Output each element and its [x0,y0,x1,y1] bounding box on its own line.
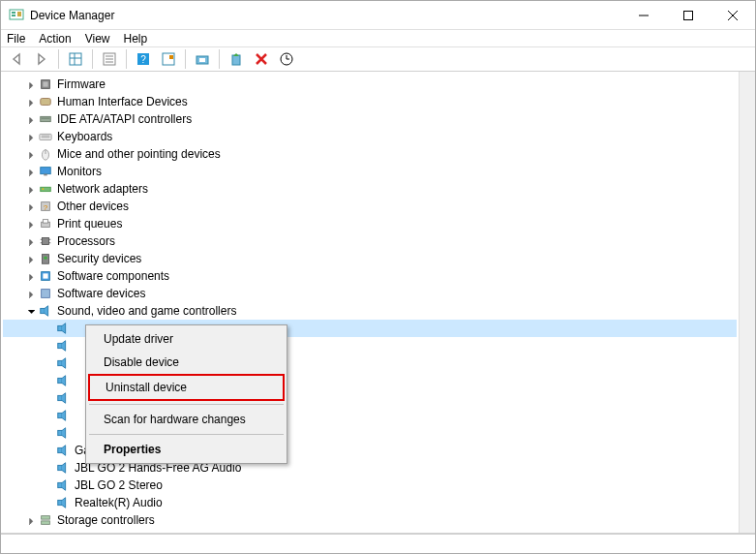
expand-arrow-icon[interactable]: ⏵ [26,114,38,125]
svg-rect-5 [684,11,693,19]
tree-node-label: Firmware [57,77,106,91]
other-icon [38,199,53,214]
tree-node[interactable]: ⏵Software devices [3,285,737,302]
network-icon [38,181,53,197]
expand-arrow-icon[interactable]: ⏵ [26,219,38,230]
expand-arrow-icon[interactable]: ⏵ [26,515,38,526]
sound-icon [38,303,53,319]
toolbar-button-5[interactable] [157,48,180,70]
tree-node[interactable]: ⏵Monitors [3,163,737,180]
tree-node-label: Storage controllers [57,513,155,527]
tree-node[interactable]: ⏵Human Interface Devices [3,93,737,110]
close-button[interactable] [711,1,755,30]
scan-hardware-button[interactable] [275,48,298,70]
sound-icon [55,408,71,423]
tree-node-label: JBL GO 2 Stereo [75,478,163,492]
ide-icon [38,111,53,127]
window-title: Device Manager [30,9,621,22]
expand-arrow-icon[interactable]: ⏵ [26,97,38,108]
tree-node-label: Other devices [57,200,129,213]
tree-node[interactable]: ⏵Network adapters [3,180,737,198]
sound-icon [55,338,71,354]
menu-file[interactable]: File [7,32,25,46]
expand-arrow-icon[interactable]: ⏵ [26,236,38,247]
sound-icon [55,477,71,493]
tree-node[interactable]: ⏵Security devices [3,250,737,267]
tree-node-label: IDE ATA/ATAPI controllers [57,112,192,126]
menu-action[interactable]: Action [39,32,71,46]
sound-icon [55,373,71,388]
tree-node[interactable]: ⏵Firmware [3,76,737,93]
tree-node[interactable]: ⏵Keyboards [3,128,737,145]
monitor-icon [38,164,53,179]
hid-icon [38,94,53,109]
tree-node[interactable]: ⏵Print queues [3,215,737,232]
tree-node[interactable]: ⏷Sound, video and game controllers [3,302,737,320]
expand-arrow-icon[interactable]: ⏵ [26,184,38,195]
expand-arrow-icon[interactable]: ⏵ [26,254,38,264]
context-menu-item[interactable]: Disable device [88,351,285,374]
svg-rect-18 [169,55,173,59]
storage-icon [38,512,53,528]
sound-icon [55,443,71,458]
back-button[interactable] [5,48,28,70]
show-hide-tree-button[interactable] [64,48,87,70]
tree-node[interactable]: ⏵Mice and other pointing devices [3,145,737,163]
content-area: ⏵Firmware⏵Human Interface Devices⏵IDE AT… [1,72,755,534]
forward-button[interactable] [30,48,53,70]
expand-arrow-icon[interactable]: ⏵ [26,149,38,160]
tree-node-label: Realtek(R) Audio [75,496,163,509]
expand-arrow-icon[interactable]: ⏵ [26,167,38,177]
context-menu-item[interactable]: Uninstall device [88,374,285,401]
context-menu-item[interactable]: Update driver [88,327,285,351]
enable-device-button[interactable] [225,48,248,70]
separator [92,49,93,69]
tree-node[interactable]: ⏵Software components [3,267,737,285]
svg-rect-20 [199,58,205,62]
expand-arrow-icon[interactable]: ⏵ [26,132,38,142]
keyboard-icon [38,129,53,144]
update-driver-button[interactable] [191,48,214,70]
menu-view[interactable]: View [85,32,110,46]
toolbar: ? [1,47,755,72]
context-menu-separator [89,404,284,405]
app-icon [9,8,24,23]
tree-node[interactable]: ⏵Storage controllers [3,511,737,529]
sound-icon [55,460,71,476]
context-menu-item[interactable]: Scan for hardware changes [88,408,285,431]
tree-node[interactable]: ⏵Processors [3,232,737,250]
cpu-icon [38,233,53,249]
context-menu-separator [89,434,284,435]
tree-node-label: Human Interface Devices [57,95,188,108]
titlebar: Device Manager [1,1,755,30]
tree-node[interactable]: JBL GO 2 Stereo [3,477,737,494]
expand-arrow-icon[interactable]: ⏵ [26,79,38,90]
minimize-button[interactable] [621,1,666,30]
menu-help[interactable]: Help [124,32,148,46]
menubar: File Action View Help [1,30,755,47]
statusbar [1,534,755,553]
security-icon [38,251,53,266]
expand-arrow-icon[interactable]: ⏵ [26,201,38,212]
tree-node-label: Software components [57,269,169,283]
expand-arrow-icon[interactable]: ⏵ [26,289,38,299]
mouse-icon [38,146,53,162]
separator [58,49,59,69]
tree-node[interactable]: Realtek(R) Audio [3,494,737,511]
sound-icon [55,321,71,336]
tree-node-label: Monitors [57,165,102,178]
printq-icon [38,216,53,231]
uninstall-device-button[interactable] [250,48,273,70]
expand-arrow-icon[interactable]: ⏵ [26,271,38,282]
tree-node[interactable]: ⏵Other devices [3,198,737,215]
sound-icon [55,355,71,371]
context-menu: Update driverDisable deviceUninstall dev… [85,324,287,464]
separator [219,49,220,69]
collapse-arrow-icon[interactable]: ⏷ [26,306,38,317]
help-button[interactable]: ? [132,48,155,70]
maximize-button[interactable] [666,1,711,30]
properties-button[interactable] [98,48,121,70]
tree-node[interactable]: ⏵IDE ATA/ATAPI controllers [3,110,737,128]
vertical-scrollbar[interactable] [739,72,755,533]
context-menu-item[interactable]: Properties [88,438,285,461]
